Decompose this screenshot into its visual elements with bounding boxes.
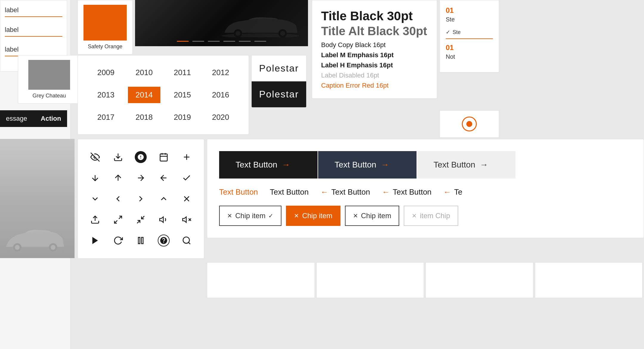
grey-swatch (28, 60, 70, 90)
plus-icon (181, 151, 193, 163)
typo-title-alt: Title Alt Black 30pt (321, 24, 428, 38)
chip3-close-icon: ✕ (353, 212, 358, 219)
year-2019[interactable]: 2019 (166, 109, 199, 125)
snackbar-action[interactable]: Action (41, 115, 61, 122)
download-icon (112, 151, 124, 163)
year-2020[interactable]: 2020 (205, 109, 237, 125)
chip-1[interactable]: ✕ Chip item ✓ (219, 206, 281, 226)
svg-marker-33 (92, 237, 98, 244)
primary-btn3-label: Text Button (434, 160, 475, 170)
radio-panel (439, 110, 499, 138)
text-buttons-row: Text Button Text Button ← Text Button ← … (219, 187, 632, 197)
label-3: label (5, 46, 62, 56)
year-2013[interactable]: 2013 (90, 87, 122, 103)
svg-rect-12 (160, 154, 167, 161)
eye-slash-icon (89, 151, 101, 163)
year-2011[interactable]: 2011 (166, 64, 199, 81)
text-button-orange[interactable]: Text Button (219, 187, 258, 197)
primary-button-3[interactable]: Text Button → (417, 151, 515, 179)
chip2-label: Chip item (302, 212, 332, 220)
text-btn-orange-label: Text Button (219, 187, 258, 196)
indicator-dot-4[interactable] (239, 41, 251, 42)
arrow-left-icon (158, 172, 170, 184)
radio-button[interactable] (462, 117, 477, 131)
steps-panel: 01 Ste ✓ Ste 01 Not (439, 0, 499, 72)
icons-panel (78, 139, 204, 259)
text-button-arrow-left-1[interactable]: ← Text Button (321, 187, 370, 197)
check-icon: ✓ (446, 29, 450, 35)
indicator-dot-active[interactable] (177, 41, 189, 42)
primary-button-2[interactable]: Text Button → (318, 151, 417, 179)
arrow-left-icon-btn3: ← (443, 187, 451, 197)
indicator-dot-3[interactable] (223, 41, 235, 42)
indicator-dot-5[interactable] (254, 41, 266, 42)
year-picker-panel: 2009 2010 2011 2012 2013 2014 2015 2016 … (78, 55, 249, 135)
year-2017[interactable]: 2017 (90, 109, 122, 125)
typo-body: Body Copy Black 16pt (321, 41, 428, 49)
svg-rect-35 (142, 237, 143, 243)
svg-point-9 (51, 245, 55, 250)
text-button-black[interactable]: Text Button (270, 187, 309, 197)
year-2010[interactable]: 2010 (128, 64, 160, 81)
radio-inner (466, 121, 472, 127)
svg-point-0 (222, 33, 299, 37)
chevron-down-icon (89, 193, 101, 205)
primary-button-1[interactable]: Text Button → (219, 151, 318, 179)
year-2015[interactable]: 2015 (166, 87, 199, 103)
buttons-panel: Text Button → Text Button → Text Button … (207, 139, 644, 238)
text-btn-black-label: Text Button (270, 187, 309, 196)
typography-panel: Title Black 30pt Title Alt Black 30pt Bo… (312, 0, 437, 99)
polestar-black-text: Polestar (259, 89, 299, 100)
alert-icon (135, 151, 147, 163)
chip-2[interactable]: ✕ Chip item (286, 206, 340, 226)
orange-swatch (83, 5, 127, 41)
chevron-left-icon (112, 193, 124, 205)
svg-line-37 (188, 242, 190, 244)
polestar-white-text: Polestar (259, 63, 299, 74)
chip1-close-icon: ✕ (227, 212, 232, 219)
chevron-up-icon (158, 193, 170, 205)
typo-caption-error: Caption Error Red 16pt (321, 82, 428, 89)
arrow-right-btn3: → (480, 160, 488, 170)
text-btn-arrow2-label: Text Button (393, 187, 431, 197)
primary-btn1-label: Text Button (236, 160, 277, 170)
arrow-left-icon-btn1: ← (321, 187, 328, 197)
step2-note-label: Not (446, 53, 493, 60)
indicator-dot-1[interactable] (192, 41, 204, 42)
bottom-card-2 (316, 262, 424, 298)
typo-label-emphasis: Label M Emphasis 16pt (321, 51, 428, 59)
text-btn-arrow3-label: Te (454, 187, 462, 197)
year-2012[interactable]: 2012 (205, 64, 237, 81)
year-2009[interactable]: 2009 (90, 64, 122, 81)
svg-point-36 (183, 237, 189, 243)
chip-4: ✕ item Chip (404, 206, 458, 226)
car-image-bottom (0, 139, 75, 258)
typo-label-h: Label H Emphasis 16pt (321, 61, 428, 69)
arrow-right-icon (135, 172, 147, 184)
step1-label: Ste (446, 16, 493, 23)
chip4-close-icon: ✕ (412, 212, 417, 219)
chip-3[interactable]: ✕ Chip item (345, 206, 399, 226)
step2-label: Ste (453, 29, 461, 35)
text-button-arrow-left-3[interactable]: ← Te (443, 187, 462, 197)
typo-title-black: Title Black 30pt (321, 9, 428, 23)
check-icon (181, 172, 193, 184)
play-icon (89, 235, 101, 246)
polestar-white-bg: Polestar (252, 55, 306, 81)
svg-line-28 (142, 216, 144, 219)
orange-swatch-label: Safety Orange (82, 44, 128, 50)
svg-point-2 (236, 31, 240, 36)
grey-swatch-label: Grey Chateau (23, 93, 76, 99)
chips-row: ✕ Chip item ✓ ✕ Chip item ✕ Chip item ✕ … (219, 206, 632, 226)
indicator-dot-2[interactable] (208, 41, 220, 42)
year-2014[interactable]: 2014 (128, 87, 160, 103)
search-icon (181, 235, 193, 246)
svg-line-27 (137, 221, 140, 223)
label-1: label (5, 6, 62, 17)
step1-number: 01 (446, 6, 493, 15)
year-2016[interactable]: 2016 (205, 87, 237, 103)
text-button-arrow-left-2[interactable]: ← Text Button (382, 187, 431, 197)
chip4-label: item Chip (420, 212, 450, 220)
year-2018[interactable]: 2018 (128, 109, 160, 125)
step-divider (446, 38, 493, 39)
